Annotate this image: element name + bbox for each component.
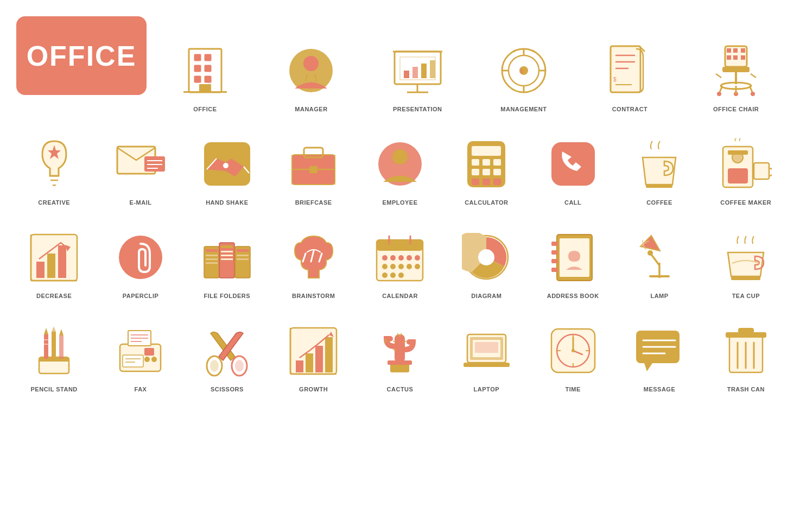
calculator-icon — [456, 134, 516, 194]
svg-point-115 — [382, 264, 388, 269]
svg-rect-73 — [482, 169, 490, 175]
svg-rect-94 — [206, 255, 218, 256]
svg-point-58 — [223, 163, 228, 168]
svg-point-189 — [572, 349, 575, 352]
svg-point-119 — [415, 264, 420, 269]
svg-rect-128 — [551, 250, 558, 255]
svg-point-124 — [478, 249, 494, 265]
svg-rect-76 — [482, 179, 490, 185]
logo-cell: OFFICE OFFICE — [11, 16, 152, 112]
svg-point-114 — [415, 255, 420, 261]
employee-icon — [370, 134, 430, 194]
icon-cell-growth: GROWTH — [270, 321, 357, 392]
laptop-icon — [456, 321, 516, 381]
icon-cell-handshake: HAND SHAKE — [184, 134, 270, 206]
svg-rect-75 — [472, 179, 479, 185]
svg-rect-39 — [722, 67, 750, 72]
svg-rect-37 — [733, 55, 738, 60]
management-label: MANAGEMENT — [500, 106, 547, 112]
svg-rect-89 — [47, 254, 55, 278]
employee-label: EMPLOYEE — [382, 199, 417, 206]
manager-icon — [281, 41, 341, 100]
svg-line-49 — [751, 74, 756, 78]
coffee-icon — [630, 134, 689, 194]
fax-icon — [111, 321, 170, 381]
growth-icon — [284, 321, 344, 381]
svg-rect-183 — [475, 342, 498, 353]
icon-cell-coffee-maker: COFFEE MAKER — [703, 134, 789, 206]
svg-point-113 — [407, 255, 412, 261]
laptop-label: LAPTOP — [474, 386, 499, 392]
svg-point-44 — [717, 92, 721, 96]
message-icon — [630, 321, 689, 381]
fax-label: FAX — [135, 386, 147, 392]
scissors-label: SCISSORS — [211, 386, 244, 392]
svg-point-10 — [303, 56, 319, 71]
icon-cell-scissors: SCISSORS — [184, 321, 270, 392]
svg-rect-166 — [306, 353, 313, 372]
office-label: OFFICE — [193, 106, 217, 112]
svg-rect-8 — [183, 91, 227, 93]
row-1: OFFICE OFFICE OFFICE — [11, 16, 789, 112]
svg-line-48 — [716, 74, 721, 78]
icon-cell-paperclip: PAPERCLIP — [97, 227, 183, 299]
icon-cell-calendar: CALENDAR — [357, 227, 443, 299]
svg-rect-33 — [727, 48, 731, 53]
svg-rect-93 — [206, 249, 218, 252]
calendar-icon — [370, 227, 430, 287]
decrease-label: DECREASE — [36, 293, 72, 299]
svg-rect-62 — [309, 166, 318, 173]
svg-point-91 — [119, 236, 162, 279]
svg-rect-84 — [728, 150, 748, 155]
icon-cell-time: TIME — [530, 321, 616, 392]
presentation-icon — [388, 41, 447, 100]
paperclip-label: PAPERCLIP — [123, 293, 159, 299]
diagram-icon — [456, 227, 516, 287]
icon-cell-message: MESSAGE — [616, 321, 702, 392]
svg-rect-141 — [52, 332, 56, 359]
svg-rect-5 — [194, 76, 201, 83]
svg-rect-129 — [551, 259, 558, 263]
svg-rect-152 — [144, 348, 154, 356]
calendar-label: CALENDAR — [382, 293, 418, 299]
briefcase-icon — [284, 134, 344, 194]
svg-rect-153 — [123, 355, 143, 367]
svg-point-111 — [390, 255, 396, 261]
address-book-icon — [543, 227, 603, 287]
svg-point-161 — [235, 360, 244, 372]
svg-rect-136 — [731, 276, 760, 280]
svg-rect-100 — [221, 255, 233, 256]
svg-point-120 — [382, 273, 388, 278]
svg-point-112 — [398, 255, 404, 261]
svg-rect-98 — [221, 245, 233, 248]
row-4: PENCIL STAND FAX — [11, 321, 789, 392]
icon-cell-coffee: COFFEE — [616, 134, 702, 206]
trash-can-label: TRASH CAN — [727, 386, 765, 392]
svg-rect-99 — [221, 251, 233, 252]
icon-cell-laptop: LAPTOP — [443, 321, 530, 392]
svg-marker-144 — [59, 329, 64, 335]
calculator-label: CALCULATOR — [465, 199, 508, 206]
coffee-maker-icon — [716, 134, 776, 194]
svg-point-122 — [398, 273, 404, 278]
icon-cell-brainstorm: BRAINSTORM — [270, 227, 357, 299]
svg-rect-96 — [206, 262, 218, 264]
svg-point-154 — [144, 357, 150, 362]
handshake-icon — [197, 134, 257, 194]
svg-rect-90 — [58, 245, 66, 278]
icon-cell-email: E-MAIL — [97, 134, 183, 206]
creative-label: CREATIVE — [38, 199, 70, 206]
icon-cell-manager: MANAGER — [258, 16, 365, 112]
file-folders-label: FILE FOLDERS — [204, 293, 250, 299]
svg-marker-133 — [640, 236, 660, 251]
svg-rect-34 — [733, 48, 738, 53]
svg-rect-167 — [315, 346, 323, 372]
handshake-label: HAND SHAKE — [206, 199, 248, 206]
message-label: MESSAGE — [644, 386, 676, 392]
svg-rect-165 — [296, 360, 303, 372]
address-book-label: ADDRESS BOOK — [547, 293, 599, 299]
svg-rect-95 — [206, 258, 218, 260]
svg-rect-101 — [221, 258, 233, 260]
svg-text:$: $ — [613, 77, 617, 83]
icon-cell-decrease: DECREASE — [11, 227, 97, 299]
